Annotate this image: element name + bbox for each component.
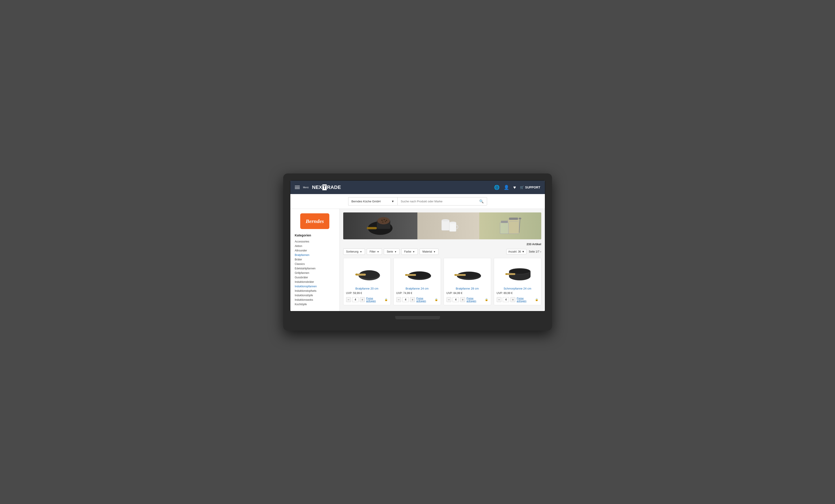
price-anfragen-link[interactable]: Preise anfragen [416,297,433,302]
search-icon[interactable]: 🔍 [479,199,484,203]
pan-image-3 [453,265,482,281]
logo-rade: RADE [327,184,341,190]
qty-input[interactable] [452,297,459,302]
product-image [346,262,388,284]
svg-rect-17 [501,221,508,223]
material-label: Material [423,250,432,253]
svg-point-35 [510,269,530,274]
product-card: Bratpfanne 24 cm UVP: 74,99 € − + Preise… [393,258,441,305]
product-card: Bratpfanne 20 cm UVP: 59,99 € − + Preise… [343,258,391,305]
product-name[interactable]: Bratpfanne 20 cm [346,287,388,290]
product-image [447,262,488,284]
price-anfragen-link[interactable]: Preise anfragen [466,297,484,302]
qty-input[interactable] [352,297,359,302]
heart-icon[interactable]: ♥ [513,185,516,190]
kategorien-title: Kategorien [295,234,335,237]
qty-plus[interactable]: + [360,297,365,302]
qty-plus[interactable]: + [410,297,415,302]
pan-image-1 [352,265,382,281]
svg-rect-8 [367,227,377,229]
serie-chevron: ▼ [394,250,396,253]
category-item[interactable]: Bratpfannen [295,253,335,257]
category-item[interactable]: Induktionspfannen [295,284,335,289]
farbe-chevron: ▼ [413,250,415,253]
farbe-filter[interactable]: Farbe ▼ [401,248,418,255]
qty-minus[interactable]: − [346,297,351,302]
price-anfragen: Preise anfragen 🔒 [416,297,438,302]
category-item[interactable]: Induktionswoks [295,298,335,302]
laptop-bottom [290,311,545,316]
product-name[interactable]: Schmorpfanne 24 cm [497,287,538,290]
support-button[interactable]: 🛒 SUPPORT [520,185,541,189]
jars-banner-image [497,216,524,236]
page-indicator[interactable]: Seite 1/7 › [529,250,541,253]
product-name[interactable]: Bratpfanne 28 cm [447,287,488,290]
lock-icon: 🔒 [485,298,488,301]
category-item[interactable]: Induktionstopfsets [295,289,335,293]
product-image [497,262,538,284]
qty-minus[interactable]: − [497,297,502,302]
category-item[interactable]: Kochtöpfe [295,302,335,306]
category-item[interactable]: Classics [295,262,335,266]
category-item[interactable]: Accessories [295,239,335,244]
svg-point-23 [355,274,358,276]
svg-point-19 [518,218,521,219]
supplier-dropdown[interactable]: Berndes Küche GmbH ▼ [348,197,398,205]
category-item[interactable]: Gussbräter [295,275,335,280]
search-input-wrap: 🔍 [398,197,487,205]
cups-banner-image [437,216,460,236]
category-item[interactable]: Induktionsbräter [295,280,335,284]
logo-nex: NEX [312,184,322,190]
material-chevron: ▼ [433,250,435,253]
svg-point-10 [442,219,449,221]
anzahl-chevron: ▼ [522,250,525,253]
supplier-chevron: ▼ [391,200,394,203]
filter-row: Sortierung ▼ Filter ▼ Serie ▼ Farbe ▼ [343,248,541,255]
svg-point-6 [383,222,384,223]
banner-section-cups [418,213,479,239]
category-item[interactable]: Grillpfannen [295,271,335,275]
qty-input[interactable] [402,297,409,302]
supplier-value: Berndes Küche GmbH [351,200,381,203]
article-count: 233 Artikel [527,242,541,246]
search-bar: Berndes Küche GmbH ▼ 🔍 [290,194,545,209]
product-name[interactable]: Bratpfanne 24 cm [396,287,438,290]
anzahl-dropdown[interactable]: Anzahl: 36 ▼ [506,249,527,254]
category-item[interactable]: Aktion [295,244,335,248]
banner-section-jars [479,213,541,239]
price-anfragen-link[interactable]: Preise anfragen [517,297,534,302]
material-filter[interactable]: Material ▼ [420,248,439,255]
product-price: UVP: 59,99 € [346,291,388,295]
qty-plus[interactable]: + [460,297,465,302]
svg-rect-36 [506,273,515,275]
product-price: UVP: 74,99 € [396,291,438,295]
svg-rect-9 [442,220,449,230]
filter-filter[interactable]: Filter ▼ [367,248,382,255]
category-item[interactable]: Induktionstöpfe [295,293,335,298]
serie-filter[interactable]: Serie ▼ [384,248,400,255]
user-icon[interactable]: 👤 [504,185,509,190]
category-item[interactable]: Bräter [295,257,335,262]
main-content: Berndes Kategorien Accessories Aktion Al… [290,209,545,311]
sortierung-filter[interactable]: Sortierung ▼ [343,248,365,255]
menu-button[interactable] [295,186,300,189]
price-anfragen-link[interactable]: Preise anfragen [366,297,383,302]
svg-rect-30 [455,274,466,276]
category-item[interactable]: Edelstahlpfannen [295,266,335,271]
qty-plus[interactable]: + [510,297,515,302]
product-card: Schmorpfanne 24 cm UVP: 89,99 € − + Prei… [494,258,541,305]
svg-rect-11 [449,223,456,231]
svg-rect-26 [406,274,416,276]
screen: Menü NEXTRADE 🌐 👤 ♥ 🛒 SUPPORT Berndes Kü… [290,180,545,311]
globe-icon[interactable]: 🌐 [494,185,500,190]
qty-minus[interactable]: − [447,297,451,302]
brand-logo: Berndes [300,213,329,229]
product-price: UVP: 89,99 € [497,291,538,295]
qty-minus[interactable]: − [396,297,401,302]
cart-icon: 🛒 [520,185,524,189]
category-item[interactable]: Allrounder [295,248,335,253]
qty-input[interactable] [503,297,509,302]
search-input[interactable] [401,200,477,203]
pan-image-2 [403,265,432,281]
svg-point-2 [377,217,390,224]
